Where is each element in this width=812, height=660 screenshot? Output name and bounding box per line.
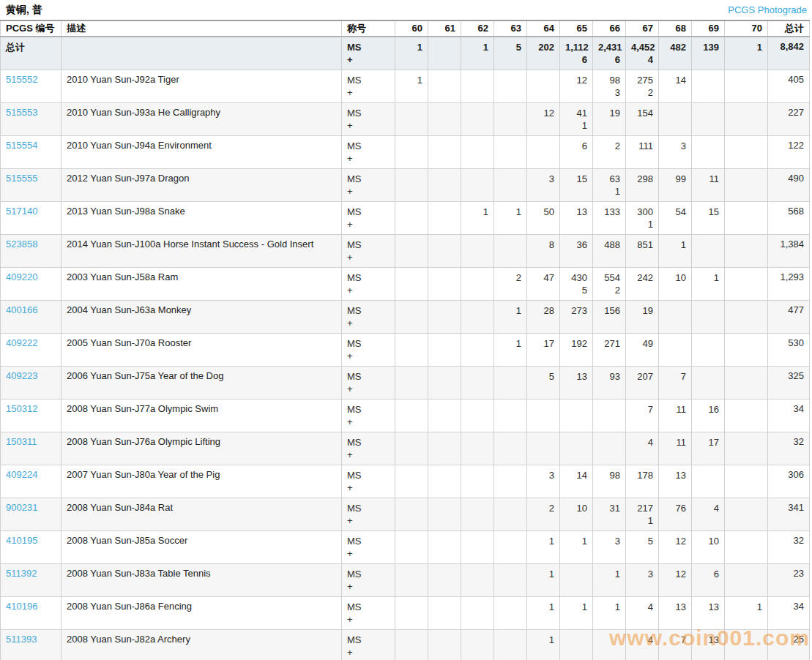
column-header-7: 64 [527, 20, 560, 37]
column-header-14: 总计 [768, 20, 810, 37]
grade-plus-count [598, 481, 620, 494]
grade-cell [725, 498, 768, 531]
pcgs-id-link[interactable]: 511393 [6, 634, 37, 645]
grade-ms-count: 12 [532, 107, 554, 119]
grade-plus-count [532, 383, 554, 395]
grade-plus-count [565, 449, 587, 461]
grade-plus-count [433, 416, 455, 428]
grade-cell: 178 [626, 465, 659, 498]
grade-plus-count [631, 449, 653, 461]
grade-cell: 1 [725, 37, 768, 70]
desc-cell: 2006 Yuan Sun-J75a Year of the Dog [62, 367, 342, 400]
pcgs-id-link[interactable]: 150312 [6, 403, 37, 414]
pcgs-id-link[interactable]: 900231 [6, 502, 37, 513]
grade-cell [395, 630, 428, 660]
grade-cell: 1 [692, 268, 725, 301]
row-total-cell: 405 [768, 70, 810, 103]
designation-cell: MS+ [342, 367, 395, 400]
pcgs-id-link[interactable]: 515555 [6, 173, 37, 184]
designation-ms: MS [347, 469, 390, 481]
grade-plus-count [664, 481, 686, 494]
grade-plus-count [598, 449, 620, 461]
row-total-cell: 23 [768, 564, 810, 597]
grade-plus-count [565, 251, 587, 263]
grade-ms-count [433, 107, 455, 119]
pcgs-id-link[interactable]: 400166 [6, 304, 37, 315]
row-total-cell: 568 [768, 202, 810, 235]
pcgs-id-link[interactable]: 523858 [6, 239, 37, 250]
grade-ms-count [730, 304, 762, 317]
grade-plus-count [499, 152, 521, 165]
designation-plus: + [347, 514, 390, 527]
grade-ms-count: 12 [565, 74, 587, 86]
grade-plus-count [532, 547, 554, 560]
desc-cell: 2008 Yuan Sun-J85a Soccer [62, 531, 342, 564]
designation-ms: MS [347, 140, 390, 152]
grade-plus-count [499, 383, 521, 395]
pcgs-id-link[interactable]: 410195 [6, 535, 37, 546]
grade-cell: 28 [527, 301, 560, 334]
grade-ms-count: 298 [631, 173, 653, 185]
grade-plus-count [433, 53, 455, 66]
grade-ms-count [565, 436, 587, 449]
grade-ms-count [697, 74, 719, 86]
pcgs-id-link[interactable]: 410196 [6, 601, 37, 612]
grade-cell: 98 [593, 465, 626, 498]
grade-plus-count [466, 53, 488, 66]
grade-plus-count [598, 514, 620, 527]
pcgs-id-link[interactable]: 515552 [6, 74, 37, 85]
table-row: 9002312008 Yuan Sun-J84a RatMS+210312171… [1, 498, 810, 531]
grade-cell: 13 [560, 367, 593, 400]
column-header-6: 63 [494, 20, 527, 37]
grade-cell [494, 630, 527, 660]
grade-plus-count [532, 185, 554, 198]
grade-cell [725, 400, 768, 432]
grade-ms-count: 13 [697, 601, 719, 613]
grade-cell: 19 [593, 103, 626, 136]
grade-plus-count [433, 119, 455, 132]
pcgs-id-link[interactable]: 515553 [6, 107, 37, 118]
grade-cell: 273 [560, 301, 593, 334]
column-header-3: 60 [395, 20, 428, 37]
grade-cell: 3 [527, 465, 560, 498]
pcgs-id-link[interactable]: 409220 [6, 271, 37, 282]
grade-plus-count [730, 547, 762, 560]
grade-ms-count [433, 502, 455, 514]
pcgs-id-link[interactable]: 511392 [6, 568, 37, 579]
grade-ms-count: 12 [664, 535, 686, 547]
id-cell: 900231 [1, 498, 62, 531]
pcgs-id-link[interactable]: 517140 [6, 206, 37, 217]
grade-plus-count [532, 481, 554, 494]
grade-ms-count [433, 337, 455, 350]
grade-plus-count [401, 251, 422, 263]
grade-cell: 1 [395, 70, 428, 103]
grade-plus-count: 6 [565, 53, 587, 66]
photograde-link[interactable]: PCGS Photograde [728, 4, 807, 15]
grade-plus-count [466, 350, 488, 362]
pcgs-id-link[interactable]: 409224 [6, 469, 37, 480]
grade-plus-count [664, 547, 686, 560]
grade-ms-count: 202 [532, 41, 554, 53]
grade-plus-count [697, 383, 719, 395]
grade-cell: 1 [527, 630, 560, 660]
designation-ms: MS [347, 568, 390, 580]
grade-cell [461, 498, 494, 531]
pcgs-id-link[interactable]: 150311 [6, 436, 37, 447]
pcgs-id-link[interactable]: 409222 [6, 337, 37, 348]
grade-cell [659, 334, 692, 367]
pcgs-id-link[interactable]: 515554 [6, 140, 37, 151]
grade-plus-count [664, 185, 686, 198]
table-row: 5113922008 Yuan Sun-J83a Table TennisMS+… [1, 564, 810, 597]
grade-ms-count [730, 74, 762, 86]
totals-label: 总计 [1, 37, 62, 70]
pcgs-id-link[interactable]: 409223 [6, 370, 37, 381]
grade-ms-count [401, 239, 422, 251]
grade-plus-count [631, 317, 653, 329]
grade-ms-count [730, 173, 762, 185]
designation-ms: MS [347, 601, 390, 613]
grade-cell [494, 432, 527, 465]
grade-ms-count: 156 [598, 304, 620, 317]
grade-plus-count [433, 284, 455, 296]
designation-plus: + [347, 416, 390, 428]
grade-cell: 12 [659, 531, 692, 564]
